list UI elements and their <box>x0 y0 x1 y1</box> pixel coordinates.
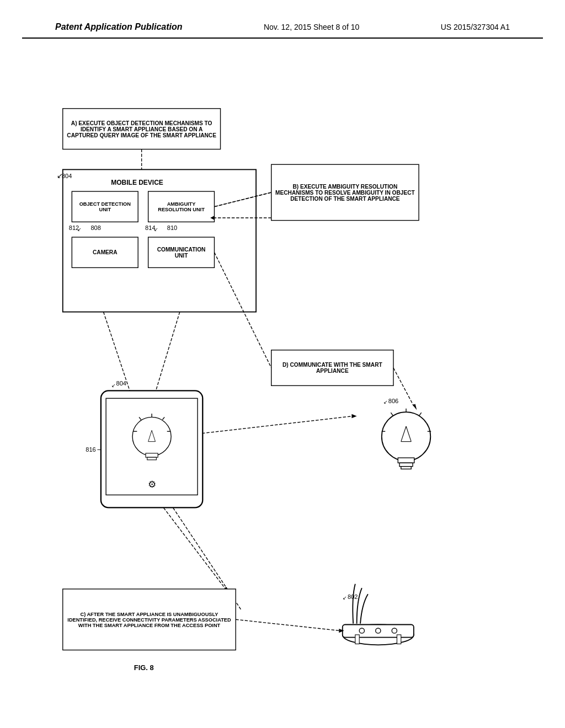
svg-line-16 <box>154 312 180 396</box>
box-c-text: C) AFTER THE SMART APPLIANCE IS UNAMBIGU… <box>64 590 235 649</box>
object-detection-unit-label: OBJECT DETECTION UNIT <box>73 192 137 221</box>
svg-point-29 <box>132 417 171 456</box>
box-a-text: A) EXECUTE OBJECT DETECTION MECHANISMS T… <box>64 110 220 149</box>
ref-812-brace: ↙ <box>77 227 82 232</box>
comm-unit-label: COMMUNICATION UNIT <box>149 238 213 267</box>
ref-810-label: 810 <box>167 224 177 231</box>
svg-marker-19 <box>413 404 417 410</box>
ref-802-brace: ↙ <box>343 595 347 601</box>
box-d-text: D) COMMUNICATE WITH THE SMART APPLIANCE <box>273 351 393 385</box>
box-b-text: B) EXECUTE AMBIGUITY RESOLUTION MECHANIS… <box>273 165 418 220</box>
svg-rect-44 <box>401 467 411 469</box>
svg-rect-30 <box>146 453 158 457</box>
diagram-area: 800 A) EXECUTE OBJECT DETECTION MECHANIS… <box>22 55 543 706</box>
ref-806-brace: ↙ <box>383 399 388 405</box>
diagram-svg: 800 A) EXECUTE OBJECT DETECTION MECHANIS… <box>22 55 543 706</box>
ref-806-label: 806 <box>388 398 398 404</box>
svg-marker-24 <box>351 414 356 418</box>
svg-rect-31 <box>147 457 157 460</box>
publication-number: US 2015/327304 A1 <box>441 23 510 31</box>
svg-point-57 <box>392 628 397 633</box>
gear-icon: ⚙ <box>148 479 156 490</box>
svg-rect-58 <box>355 635 359 644</box>
page-header: Patent Application Publication Nov. 12, … <box>22 11 543 39</box>
ref-814-brace: ↙ <box>154 227 158 232</box>
ref-808-label: 808 <box>90 224 100 231</box>
svg-point-56 <box>376 628 381 633</box>
fig-label: FIG. 8 <box>134 663 154 672</box>
svg-line-49 <box>391 413 393 416</box>
svg-rect-59 <box>397 635 401 644</box>
mobile-device-label: MOBILE DEVICE <box>111 179 163 186</box>
ref-816-label: 816 <box>86 446 95 453</box>
camera-label: CAMERA <box>73 238 137 267</box>
svg-point-55 <box>359 628 364 633</box>
publication-title: Patent Application Publication <box>55 22 183 32</box>
publication-date: Nov. 12, 2015 Sheet 8 of 10 <box>264 23 359 31</box>
ref-804b-brace: ↙ <box>111 383 116 388</box>
ref-804a-label: 804 <box>62 173 72 179</box>
ambiguity-resolution-unit-label: AMBIGUITY RESOLUTION UNIT <box>149 192 213 221</box>
page: Patent Application Publication Nov. 12, … <box>0 0 565 728</box>
svg-line-61 <box>236 619 340 630</box>
svg-rect-43 <box>399 463 413 466</box>
ref-804a-brace: ↙ <box>57 172 63 180</box>
ref-804b-label: 804 <box>116 380 126 387</box>
svg-point-41 <box>382 412 431 461</box>
svg-rect-42 <box>398 458 414 463</box>
svg-line-50 <box>419 413 422 416</box>
